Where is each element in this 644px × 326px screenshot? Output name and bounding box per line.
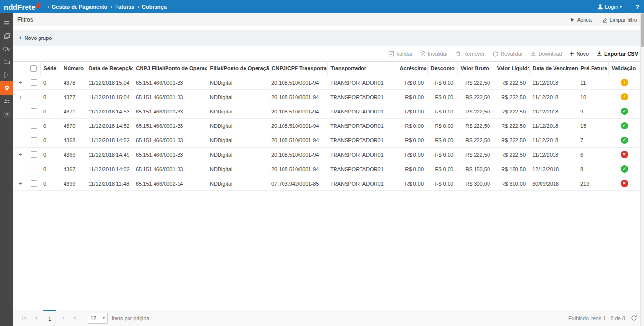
table-row[interactable]: +0436911/12/2018 14:4965.151.466/0001-33… (13, 148, 640, 162)
export-icon (596, 51, 602, 57)
sidebar-item-settings[interactable] (0, 108, 13, 121)
row-checkbox[interactable] (31, 151, 37, 158)
chevron-down-icon: ▾ (103, 316, 105, 320)
validation-cell: ! (608, 90, 640, 104)
sidebar-item-export[interactable] (0, 68, 13, 81)
breadcrumb-item[interactable]: Cobrança (142, 4, 167, 10)
validation-warning-icon: ! (621, 79, 628, 86)
chevron-down-icon: ▾ (620, 5, 622, 9)
novo-grupo-button[interactable]: + Novo grupo (18, 35, 52, 41)
validation-warning-icon: ! (621, 93, 628, 100)
expand-row-button[interactable]: + (18, 151, 22, 158)
remover-button[interactable]: Remover (455, 51, 485, 57)
breadcrumb-separator-icon: › (110, 3, 112, 10)
column-header-desconto[interactable]: Desconto (427, 62, 457, 75)
table-row[interactable]: 0437011/12/2018 14:5265.151.466/0001-33N… (13, 119, 640, 133)
column-header-vencimento[interactable]: Data de Vencimento (529, 62, 578, 75)
validation-cell: ✓ (608, 133, 640, 148)
breadcrumb-item[interactable]: Faturas (115, 4, 134, 10)
cell-transportador: TRANSPORTADOR01 (327, 148, 397, 162)
column-header-acrescimo[interactable]: Acréscimo (397, 62, 427, 75)
remover-button-label: Remover (463, 51, 485, 57)
column-header-data_recepcao[interactable]: Data de Recepção ↓ (86, 62, 133, 75)
login-label: Login (605, 4, 618, 10)
last-page-button[interactable] (69, 310, 81, 326)
select-cell (27, 176, 40, 191)
column-header-cnpj_transportador[interactable]: CNPJ/CPF Transportador (269, 62, 327, 75)
row-checkbox[interactable] (31, 180, 37, 187)
sidebar-item-freight[interactable] (0, 42, 13, 55)
column-header-valor_bruto[interactable]: Valor Bruto (457, 62, 494, 75)
sidebar-item-billing[interactable] (0, 81, 13, 95)
expand-row-button[interactable]: + (18, 180, 22, 187)
vertical-scrollbar[interactable] (640, 13, 644, 326)
validar-button[interactable]: Validar (388, 51, 412, 57)
download-button[interactable]: Download (530, 51, 562, 57)
row-checkbox[interactable] (31, 166, 37, 172)
cell-vencimento: 11/12/2018 (529, 133, 578, 148)
table-row[interactable]: +0437811/12/2018 15:0465.151.466/0001-33… (13, 75, 640, 90)
current-page[interactable]: 1 (43, 310, 56, 326)
table-row[interactable]: +0437711/12/2018 15:0465.151.466/0001-33… (13, 90, 640, 104)
column-header-validacao[interactable]: Validação (608, 62, 640, 75)
novo-grupo-label: Novo grupo (25, 35, 52, 41)
novo-button[interactable]: Novo (569, 51, 589, 57)
cell-cnpj_transportador: 20.108.510/0001-94 (269, 90, 327, 104)
cell-valor_liquido: R$ 222,50 (494, 104, 529, 119)
column-header-transportador[interactable]: Transportador (327, 62, 397, 75)
column-header-valor_liquido[interactable]: Valor Líquido (494, 62, 529, 75)
limpar-filtro-button[interactable]: Limpar filtro (602, 17, 637, 23)
expand-cell: + (13, 90, 27, 104)
table-row[interactable]: +0439911/12/2018 11:4865.151.466/0002-14… (13, 176, 640, 191)
column-header-pre_fatura[interactable]: Pré-Fatura (578, 62, 608, 75)
row-checkbox[interactable] (31, 137, 37, 143)
column-header-filial[interactable]: Filial/Ponto de Operação (207, 62, 269, 75)
row-checkbox[interactable] (31, 108, 37, 114)
cell-filial: NDDigital (207, 119, 269, 133)
cell-desconto: R$ 0,00 (427, 133, 457, 148)
column-header-serie[interactable]: Série (40, 62, 61, 75)
row-checkbox[interactable] (31, 123, 37, 129)
plus-icon (569, 51, 574, 56)
exportar-csv-button[interactable]: Exportar CSV (596, 51, 638, 57)
revalidar-button[interactable]: Revalidar (492, 51, 523, 57)
sidebar-item-users[interactable] (0, 95, 13, 108)
page-size-select[interactable]: 12 ▾ (88, 313, 108, 324)
login-menu[interactable]: Login ▾ (597, 4, 622, 10)
cell-numero: 4371 (61, 104, 86, 119)
table-row[interactable]: 0436811/12/2018 14:5265.151.466/0001-33N… (13, 133, 640, 148)
expand-row-button[interactable]: + (18, 79, 22, 86)
sidebar-item-archive[interactable] (0, 55, 13, 68)
expand-cell (13, 133, 27, 148)
invalidar-button-label: Invalidar (428, 51, 448, 57)
cell-acrescimo: R$ 0,00 (397, 162, 427, 176)
next-page-button[interactable] (58, 310, 69, 326)
table-row[interactable]: 0436711/12/2018 14:0265.151.466/0001-33N… (13, 162, 640, 176)
row-checkbox[interactable] (31, 94, 37, 100)
column-header-cnpj_filial[interactable]: CNPJ Filial/Ponto de Operação (133, 62, 207, 75)
select-all-checkbox[interactable] (30, 65, 37, 72)
scrollbar-thumb[interactable] (641, 13, 644, 47)
app-logo[interactable]: nddFrete (4, 3, 40, 11)
aplicar-button[interactable]: Aplicar (570, 17, 593, 23)
cell-acrescimo: R$ 0,00 (397, 119, 427, 133)
cell-vencimento: 12/12/2018 (529, 162, 578, 176)
help-button[interactable]: ? (635, 3, 639, 11)
column-header-numero[interactable]: Número (61, 62, 86, 75)
row-checkbox[interactable] (31, 79, 37, 86)
invalidar-button[interactable]: Invalidar (420, 51, 448, 57)
cell-serie: 0 (40, 162, 61, 176)
expand-row-button[interactable]: + (18, 93, 22, 100)
sidebar-item-menu[interactable] (0, 16, 13, 29)
first-page-button[interactable] (18, 310, 30, 326)
select-cell (27, 148, 40, 162)
sidebar-item-documents[interactable] (0, 29, 13, 42)
expand-cell (13, 162, 27, 176)
breadcrumb-item[interactable]: Gestão de Pagamento (52, 4, 108, 10)
trash-icon (455, 51, 461, 57)
table-row[interactable]: 0437111/12/2018 14:5365.151.466/0001-33N… (13, 104, 640, 119)
cell-pre_fatura: 8 (578, 162, 608, 176)
refresh-button[interactable] (631, 315, 637, 321)
prev-page-button[interactable] (30, 310, 41, 326)
breadcrumb: ›Gestão de Pagamento›Faturas›Cobrança (44, 3, 167, 10)
